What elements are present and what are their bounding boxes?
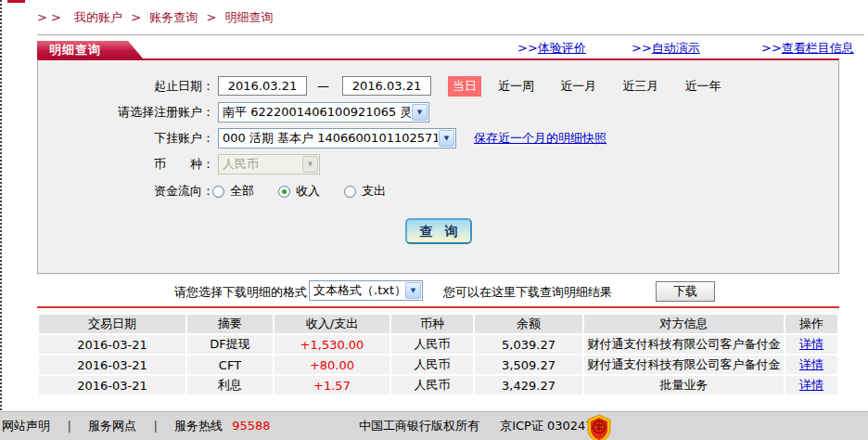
detail-link[interactable]: 详情 — [799, 357, 823, 371]
sub-account-label: 下挂账户： — [38, 128, 214, 149]
cell-date: 2016-03-21 — [39, 335, 185, 354]
tab-detail-query[interactable]: 明细查询 — [37, 41, 143, 58]
download-format-select[interactable]: 文本格式（.txt） ▼ — [309, 280, 423, 301]
quick-range-month[interactable]: 近一月 — [560, 79, 596, 93]
fund-flow-options: 全部 收入 支出 — [212, 181, 410, 201]
fund-flow-row: 资金流向： 全部 收入 支出 — [38, 181, 838, 201]
cell-balance: 5,039.27 — [475, 335, 582, 354]
radio-icon[interactable] — [212, 186, 224, 198]
download-hint: 您可以在这里下载查询明细结果 — [443, 284, 612, 301]
download-format-value: 文本格式（.txt） — [310, 282, 404, 299]
transactions-table: 交易日期 摘要 收入/支出 币种 余额 对方信息 操作 2016-03-21 D… — [37, 313, 839, 396]
cell-counterparty: 财付通支付科技有限公司客户备付金 — [584, 335, 784, 354]
col-header-currency: 币种 — [391, 315, 473, 333]
query-form-panel: 起止日期： — 当日 近一周 近一月 近三月 近一年 请选择注册账户： 南平 6… — [37, 58, 839, 274]
radio-option-all[interactable]: 全部 — [212, 181, 254, 201]
link-view-column-info[interactable]: >>查看栏目信息 — [761, 40, 854, 57]
download-button[interactable]: 下载 — [656, 281, 715, 302]
col-header-balance: 余额 — [475, 315, 582, 333]
save-monthly-snapshot-link[interactable]: 保存近一个月的明细快照 — [474, 128, 606, 149]
radio-label-income: 收入 — [296, 181, 320, 201]
date-separator: — — [317, 76, 329, 97]
footer-copyright-block: 中国工商银行版权所有 京ICP证 030247号 — [359, 412, 606, 440]
radio-icon[interactable] — [344, 186, 356, 198]
detail-link[interactable]: 详情 — [799, 337, 823, 351]
sub-account-select[interactable]: 000 活期 基本户 1406600101102571848 ▼ — [218, 128, 456, 149]
footer: 网站声明 ｜ 服务网点 ｜ 服务热线 95588 中国工商银行版权所有 京ICP… — [0, 411, 868, 440]
footer-link-site-statement[interactable]: 网站声明 — [2, 419, 50, 433]
breadcrumb: > > 我的账户 > 账务查询 > 明细查询 — [37, 9, 273, 26]
footer-hotline-number: 95588 — [232, 419, 270, 433]
col-header-date: 交易日期 — [39, 315, 185, 333]
radio-label-expense: 支出 — [362, 181, 386, 201]
table-row: 2016-03-21 利息 +1.57 人民币 3,429.27 批量业务 详情 — [39, 376, 837, 395]
query-button[interactable]: 查 询 — [405, 218, 472, 244]
quick-range-week[interactable]: 近一周 — [498, 79, 534, 93]
col-header-counterparty: 对方信息 — [584, 315, 784, 333]
footer-copyright: 中国工商银行版权所有 — [359, 419, 479, 433]
col-header-amount: 收入/支出 — [274, 315, 389, 333]
date-from-input[interactable] — [218, 76, 307, 96]
cell-counterparty: 财付通支付科技有限公司客户备付金 — [584, 356, 784, 374]
cell-balance: 3,509.27 — [475, 356, 582, 374]
chevron-down-icon[interactable]: ▼ — [405, 282, 421, 299]
results-divider — [37, 306, 839, 308]
detail-query-page: > > 我的账户 > 账务查询 > 明细查询 明细查询 >>体验评价 >>自动演… — [0, 0, 868, 440]
footer-hotline-label: 服务热线 — [174, 419, 223, 433]
table-row: 2016-03-21 CFT +80.00 人民币 3,509.27 财付通支付… — [39, 356, 837, 374]
chevron-down-icon[interactable]: ▼ — [412, 104, 428, 121]
footer-divider: ｜ — [63, 419, 75, 433]
quick-range-today-button[interactable]: 当日 — [448, 76, 481, 97]
quick-range-quarter[interactable]: 近三月 — [622, 79, 658, 93]
footer-divider: ｜ — [149, 419, 161, 433]
breadcrumb-separator: > — [131, 10, 141, 24]
date-to-input[interactable] — [342, 76, 431, 96]
register-account-row: 请选择注册账户： 南平 6222001406100921065 灵通卡 ▼ — [38, 102, 838, 123]
breadcrumb-item-account-query[interactable]: 账务查询 — [149, 10, 198, 24]
register-account-value: 南平 6222001406100921065 灵通卡 — [219, 102, 411, 123]
cell-summary: 利息 — [187, 376, 273, 395]
radio-icon[interactable] — [278, 186, 290, 198]
breadcrumb-item-detail-query[interactable]: 明细查询 — [224, 10, 273, 24]
top-red-divider — [7, 0, 25, 3]
chevron-down-icon: ▼ — [302, 156, 318, 173]
icbc-shield-badge-icon — [586, 414, 612, 440]
table-row: 2016-03-21 DF提现 +1,530.00 人民币 5,039.27 财… — [39, 335, 837, 354]
link-auto-demo[interactable]: >>自动演示 — [632, 40, 700, 57]
header-divider — [37, 34, 864, 35]
chevron-down-icon[interactable]: ▼ — [439, 130, 454, 147]
col-header-summary: 摘要 — [187, 315, 273, 333]
left-frame-dotted-border — [0, 0, 2, 440]
cell-summary: CFT — [187, 356, 273, 374]
link-experience-rating[interactable]: >>体验评价 — [517, 40, 586, 57]
sub-account-value: 000 活期 基本户 1406600101102571848 — [219, 128, 438, 149]
breadcrumb-item-my-account[interactable]: 我的账户 — [74, 10, 122, 24]
cell-date: 2016-03-21 — [39, 356, 185, 374]
currency-value: 人民币 — [219, 154, 301, 175]
date-range-row: 起止日期： — 当日 近一周 近一月 近三月 近一年 — [38, 76, 838, 97]
radio-option-income[interactable]: 收入 — [278, 181, 320, 201]
cell-date: 2016-03-21 — [39, 376, 185, 395]
register-account-select[interactable]: 南平 6222001406100921065 灵通卡 ▼ — [218, 102, 429, 123]
cell-amount: +80.00 — [274, 356, 389, 374]
breadcrumb-separator: > — [206, 10, 216, 24]
fund-flow-label: 资金流向： — [38, 181, 214, 201]
detail-link[interactable]: 详情 — [799, 378, 823, 392]
cell-balance: 3,429.27 — [475, 376, 582, 395]
cell-amount: +1,530.00 — [274, 335, 389, 354]
cell-summary: DF提现 — [187, 335, 273, 354]
footer-link-service-outlets[interactable]: 服务网点 — [88, 419, 136, 433]
currency-row: 币 种： 人民币 ▼ — [38, 154, 838, 175]
radio-option-expense[interactable]: 支出 — [344, 181, 386, 201]
radio-label-all: 全部 — [230, 181, 254, 201]
sub-account-row: 下挂账户： 000 活期 基本户 1406600101102571848 ▼ 保… — [38, 128, 838, 149]
download-format-label: 请您选择下载明细的格式 — [174, 284, 307, 301]
quick-range-year[interactable]: 近一年 — [684, 79, 721, 93]
currency-select-disabled: 人民币 ▼ — [218, 154, 320, 175]
cell-currency: 人民币 — [391, 356, 473, 374]
table-header-row: 交易日期 摘要 收入/支出 币种 余额 对方信息 操作 — [39, 315, 837, 333]
register-account-label: 请选择注册账户： — [38, 102, 214, 123]
cell-counterparty: 批量业务 — [584, 376, 784, 395]
col-header-action: 操作 — [785, 315, 837, 333]
currency-label: 币 种： — [38, 154, 214, 175]
